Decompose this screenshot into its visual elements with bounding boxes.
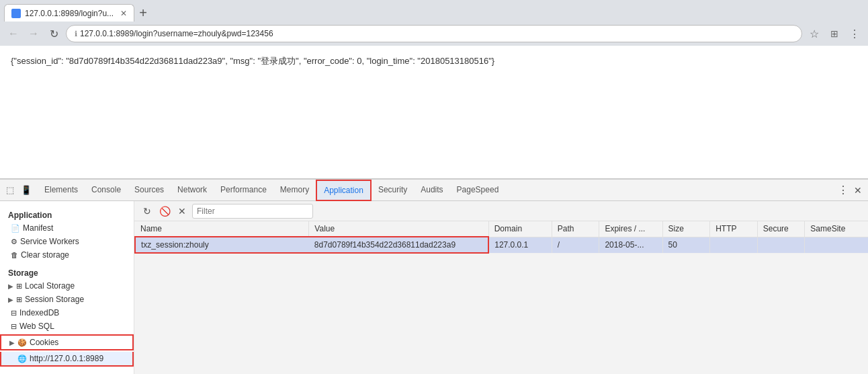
sidebar-item-web-sql[interactable]: ⊟ Web SQL <box>0 320 134 333</box>
sidebar-item-cookies-host[interactable]: 🌐 http://127.0.0.1:8989 <box>0 352 134 367</box>
session-storage-arrow-icon: ▶ <box>8 296 13 303</box>
col-size-header: Size <box>662 221 710 237</box>
sidebar-section-application: Application <box>0 207 134 221</box>
sidebar-item-service-workers[interactable]: ⚙ Service Workers <box>0 235 134 248</box>
col-domain-header: Domain <box>488 221 552 237</box>
indexeddb-label: IndexedDB <box>19 308 59 317</box>
sidebar-item-session-storage[interactable]: ▶ ⊞ Session Storage <box>0 293 134 306</box>
json-response: {"session_id": "8d7d0789f14b354d22d36811… <box>11 56 494 66</box>
cell-expires: 2018-05-... <box>599 237 662 253</box>
clear-storage-label: Clear storage <box>21 250 69 260</box>
svg-rect-0 <box>11 9 21 18</box>
col-secure-header: Secure <box>757 221 805 237</box>
menu-button[interactable]: ⋮ <box>847 26 863 42</box>
cell-secure <box>757 237 805 253</box>
tab-memory[interactable]: Memory <box>273 180 316 201</box>
tab-audits[interactable]: Audits <box>414 180 449 201</box>
table-header-row: Name Value Domain Path Expires / ... Siz… <box>135 221 868 237</box>
devtools-tab-bar: ⬚ 📱 Elements Console Sources Network Per… <box>0 180 868 201</box>
cell-http <box>710 237 758 253</box>
col-http-header: HTTP <box>710 221 758 237</box>
col-path-header: Path <box>552 221 599 237</box>
extensions-button[interactable]: ⊞ <box>826 26 842 42</box>
cell-size: 50 <box>662 237 710 253</box>
tab-network[interactable]: Network <box>171 180 214 201</box>
devtools-panel: ⬚ 📱 Elements Console Sources Network Per… <box>0 179 868 374</box>
back-button[interactable]: ← <box>5 26 21 42</box>
sidebar-item-clear-storage[interactable]: 🗑 Clear storage <box>0 248 134 262</box>
info-icon: ℹ <box>75 30 77 38</box>
sidebar-item-cookies[interactable]: ▶ 🍪 Cookies <box>0 334 134 350</box>
cookies-host-icon: 🌐 <box>17 354 27 363</box>
session-storage-label: Session Storage <box>25 295 84 304</box>
tab-sources[interactable]: Sources <box>128 180 171 201</box>
devtools-device-icon[interactable]: 📱 <box>19 183 34 198</box>
active-tab[interactable]: 127.0.0.1:8989/login?u... ✕ <box>4 4 134 22</box>
col-samesite-header: SameSite <box>805 221 868 237</box>
tab-application[interactable]: Application <box>316 180 372 201</box>
clear-button[interactable]: 🚫 <box>157 204 172 219</box>
cell-value: 8d7d0789f14b354d22d36811dad223a9 <box>309 237 488 253</box>
tab-console[interactable]: Console <box>85 180 128 201</box>
bookmark-button[interactable]: ☆ <box>806 26 822 42</box>
cookies-label: Cookies <box>30 338 58 347</box>
address-text: 127.0.0.1:8989/login?username=zhouly&pwd… <box>80 29 273 38</box>
manifest-label: Manifest <box>23 223 53 233</box>
cookies-host-label: http://127.0.0.1:8989 <box>30 354 103 363</box>
address-bar[interactable]: ℹ 127.0.0.1:8989/login?username=zhouly&p… <box>66 25 802 42</box>
cookies-table: Name Value Domain Path Expires / ... Siz… <box>134 221 868 254</box>
web-sql-label: Web SQL <box>19 322 54 331</box>
col-value-header: Value <box>309 221 488 237</box>
indexeddb-icon: ⊟ <box>11 309 17 317</box>
forward-button[interactable]: → <box>26 26 42 42</box>
sidebar-section-storage: Storage <box>0 262 134 279</box>
local-storage-grid-icon: ⊞ <box>16 282 22 291</box>
devtools-inspect-icon[interactable]: ⬚ <box>3 183 17 198</box>
sidebar-item-indexeddb[interactable]: ⊟ IndexedDB <box>0 306 134 320</box>
data-table-wrapper: Name Value Domain Path Expires / ... Siz… <box>134 221 868 374</box>
tab-close-icon[interactable]: ✕ <box>120 9 127 18</box>
session-storage-grid-icon: ⊞ <box>16 295 22 304</box>
new-tab-button[interactable]: + <box>134 4 152 22</box>
local-storage-arrow-icon: ▶ <box>8 283 13 290</box>
tab-bar: 127.0.0.1:8989/login?u... ✕ + <box>0 0 868 22</box>
tab-pagespeed[interactable]: PageSpeed <box>450 180 506 201</box>
browser-chrome: 127.0.0.1:8989/login?u... ✕ + ← → ↻ ℹ 12… <box>0 0 868 46</box>
manifest-icon: 📄 <box>11 224 20 233</box>
cookies-icon: 🍪 <box>17 338 27 347</box>
delete-button[interactable]: ✕ <box>175 204 189 219</box>
devtools-icons: ⬚ 📱 <box>3 183 34 198</box>
devtools-main-panel: ↻ 🚫 ✕ Name Value Domain Path Expires / .… <box>134 201 868 374</box>
col-name-header: Name <box>135 221 309 237</box>
web-sql-icon: ⊟ <box>11 322 17 331</box>
cell-path: / <box>552 237 599 253</box>
filter-input[interactable] <box>192 204 313 219</box>
devtools-more-button[interactable]: ⋮ <box>836 183 851 198</box>
devtools-toolbar: ↻ 🚫 ✕ <box>134 201 868 221</box>
cell-name: txz_session:zhouly <box>135 237 309 253</box>
address-bar-row: ← → ↻ ℹ 127.0.0.1:8989/login?username=zh… <box>0 22 868 46</box>
tab-title: 127.0.0.1:8989/login?u... <box>25 9 114 18</box>
devtools-close-button[interactable]: ✕ <box>851 183 865 198</box>
devtools-sidebar: Application 📄 Manifest ⚙ Service Workers… <box>0 201 134 374</box>
cookies-arrow-icon: ▶ <box>9 339 15 346</box>
service-workers-label: Service Workers <box>20 237 79 246</box>
tab-security[interactable]: Security <box>372 180 414 201</box>
reload-button[interactable]: ↻ <box>46 26 62 42</box>
cell-samesite <box>805 237 868 253</box>
col-expires-header: Expires / ... <box>599 221 662 237</box>
devtools-body: Application 📄 Manifest ⚙ Service Workers… <box>0 201 868 374</box>
refresh-button[interactable]: ↻ <box>140 204 155 219</box>
sidebar-item-local-storage[interactable]: ▶ ⊞ Local Storage <box>0 279 134 293</box>
tab-elements[interactable]: Elements <box>38 180 85 201</box>
cell-domain: 127.0.0.1 <box>488 237 552 253</box>
page-content: {"session_id": "8d7d0789f14b354d22d36811… <box>0 46 868 179</box>
clear-storage-icon: 🗑 <box>11 251 18 259</box>
local-storage-label: Local Storage <box>25 281 75 291</box>
tab-performance[interactable]: Performance <box>214 180 273 201</box>
service-workers-icon: ⚙ <box>11 237 17 246</box>
tab-favicon <box>11 9 21 18</box>
sidebar-item-manifest[interactable]: 📄 Manifest <box>0 221 134 235</box>
table-row[interactable]: txz_session:zhouly 8d7d0789f14b354d22d36… <box>135 237 868 253</box>
